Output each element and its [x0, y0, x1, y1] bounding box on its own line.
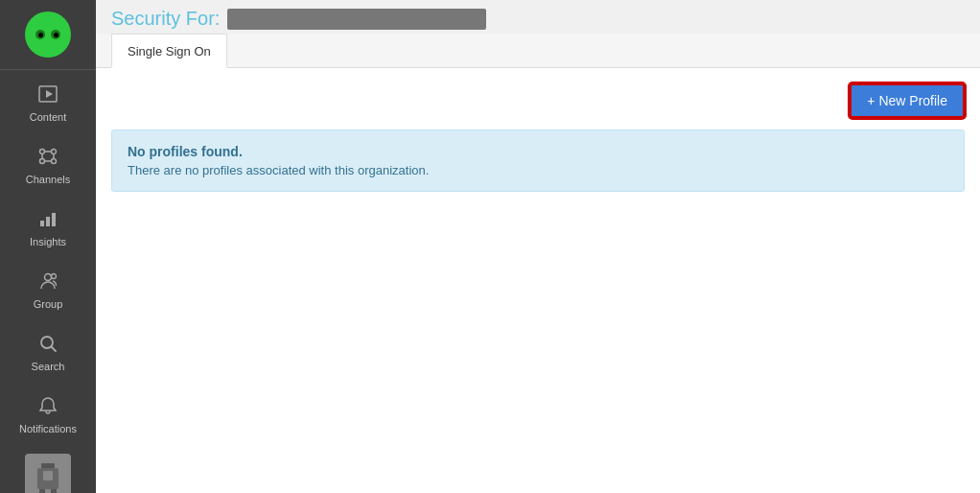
sidebar-bottom — [0, 444, 96, 493]
sidebar-avatar[interactable] — [0, 444, 96, 493]
tabs-bar: Single Sign On — [96, 34, 980, 68]
app-logo — [0, 0, 96, 70]
svg-point-2 — [40, 150, 45, 154]
svg-rect-10 — [40, 221, 44, 226]
logo-pupil-left — [38, 33, 43, 37]
sidebar-item-content[interactable]: Content — [0, 70, 96, 132]
insights-icon — [37, 208, 58, 232]
alert-text: There are no profiles associated with th… — [128, 163, 948, 177]
svg-point-5 — [52, 159, 57, 164]
svg-rect-21 — [51, 489, 57, 493]
main-content: Security For: Single Sign On + New Profi… — [96, 0, 980, 493]
group-icon — [37, 270, 58, 294]
page-header: Security For: — [96, 0, 980, 30]
alert-title: No profiles found. — [128, 144, 948, 159]
sidebar-item-label-insights: Insights — [30, 236, 66, 247]
notifications-icon — [37, 395, 58, 419]
security-for-label: Security For: — [111, 8, 220, 30]
svg-rect-11 — [46, 217, 50, 226]
channels-icon — [37, 146, 58, 170]
svg-point-4 — [40, 159, 45, 164]
sidebar-item-notifications[interactable]: Notifications — [0, 382, 96, 444]
logo-eyes — [35, 30, 60, 39]
security-for-value — [227, 9, 486, 30]
avatar-box — [25, 454, 71, 493]
svg-rect-20 — [39, 489, 45, 493]
tab-sso[interactable]: Single Sign On — [111, 34, 227, 68]
sidebar-item-search[interactable]: Search — [0, 319, 96, 382]
sidebar-item-insights[interactable]: Insights — [0, 195, 96, 257]
sidebar-item-label-channels: Channels — [26, 174, 70, 185]
sidebar-item-channels[interactable]: Channels — [0, 132, 96, 195]
sidebar-item-label-notifications: Notifications — [19, 423, 77, 434]
sidebar-item-label-search: Search — [32, 361, 65, 372]
svg-point-14 — [52, 274, 57, 279]
new-profile-button[interactable]: + New Profile — [850, 83, 965, 118]
toolbar: + New Profile — [111, 83, 965, 118]
svg-rect-17 — [41, 463, 55, 468]
sidebar: Content Channels Insights — [0, 0, 96, 493]
tab-sso-label: Single Sign On — [128, 44, 211, 59]
svg-line-16 — [52, 347, 57, 352]
sidebar-item-label-group: Group — [34, 298, 63, 310]
logo-eye-left — [35, 30, 45, 39]
sidebar-item-label-content: Content — [30, 111, 67, 123]
search-icon — [37, 333, 58, 357]
sidebar-item-group[interactable]: Group — [0, 257, 96, 319]
svg-rect-19 — [43, 471, 53, 481]
logo-circle — [25, 12, 71, 58]
svg-point-13 — [45, 274, 52, 281]
logo-eye-right — [51, 30, 60, 39]
content-area: + New Profile No profiles found. There a… — [96, 68, 980, 493]
svg-rect-12 — [52, 213, 56, 226]
svg-marker-1 — [46, 90, 53, 98]
logo-pupil-right — [54, 33, 58, 37]
content-icon — [37, 83, 58, 107]
no-profiles-alert: No profiles found. There are no profiles… — [111, 129, 965, 192]
svg-point-3 — [52, 150, 57, 154]
